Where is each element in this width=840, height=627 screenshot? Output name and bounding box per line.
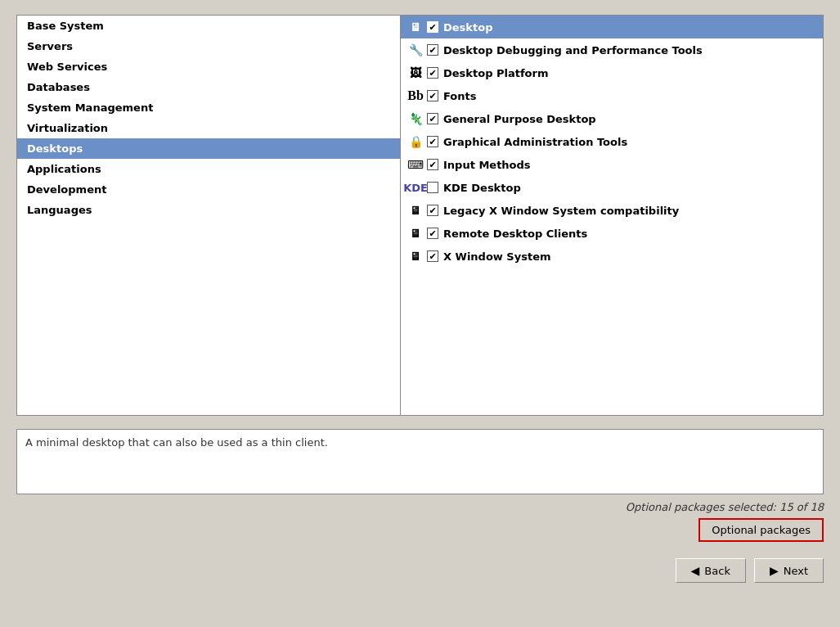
package-row-6[interactable]: KDE KDE Desktop — [401, 176, 823, 199]
package-checkbox-7[interactable]: ✔ — [427, 205, 438, 216]
package-label-5: Input Methods — [443, 159, 531, 171]
desktop-header-checkbox[interactable]: ✔ — [427, 21, 438, 33]
description-box: A minimal desktop that can also be used … — [16, 429, 824, 494]
package-label-9: X Window System — [443, 250, 551, 263]
package-icon-8: 🖥 — [407, 225, 424, 241]
package-row-8[interactable]: 🖥 ✔ Remote Desktop Clients — [401, 222, 823, 245]
category-list[interactable]: Base System Servers Web Services Databas… — [16, 15, 401, 416]
package-label-1: Desktop Platform — [443, 67, 548, 79]
sidebar-item-servers[interactable]: Servers — [17, 36, 400, 56]
desktop-header-label: Desktop — [443, 21, 492, 34]
back-icon: ◀ — [691, 564, 700, 577]
package-checkbox-6[interactable] — [427, 182, 438, 193]
package-checkbox-0[interactable]: ✔ — [427, 44, 438, 56]
back-label: Back — [704, 565, 730, 577]
package-row-2[interactable]: Bb ✔ Fonts — [401, 84, 823, 107]
package-row-9[interactable]: 🖥 ✔ X Window System — [401, 245, 823, 268]
package-list: 🖥 ✔ Desktop 🔧 ✔ Desktop Debugging and Pe… — [401, 15, 824, 416]
package-checkbox-3[interactable]: ✔ — [427, 113, 438, 124]
sidebar-item-virtualization[interactable]: Virtualization — [17, 118, 400, 138]
sidebar-item-development[interactable]: Development — [17, 179, 400, 200]
package-icon-0: 🔧 — [407, 42, 424, 58]
package-header[interactable]: 🖥 ✔ Desktop — [401, 16, 823, 38]
package-icon-1: 🖼 — [407, 65, 424, 81]
package-label-6: KDE Desktop — [443, 182, 521, 194]
package-icon-6: KDE — [407, 179, 424, 196]
package-icon-5: ⌨ — [407, 156, 424, 173]
package-checkbox-5[interactable]: ✔ — [427, 159, 438, 170]
package-icon-3: 🦎 — [407, 111, 424, 127]
package-row-1[interactable]: 🖼 ✔ Desktop Platform — [401, 61, 823, 84]
package-icon-2: Bb — [407, 88, 424, 104]
package-row-0[interactable]: 🔧 ✔ Desktop Debugging and Performance To… — [401, 38, 823, 61]
package-label-0: Desktop Debugging and Performance Tools — [443, 44, 703, 56]
next-button[interactable]: ▶ Next — [754, 558, 824, 583]
sidebar-item-databases[interactable]: Databases — [17, 77, 400, 97]
package-row-7[interactable]: 🖥 ✔ Legacy X Window System compatibility — [401, 199, 823, 222]
package-checkbox-4[interactable]: ✔ — [427, 136, 438, 147]
sidebar-item-web-services[interactable]: Web Services — [17, 56, 400, 77]
sidebar-item-applications[interactable]: Applications — [17, 159, 400, 179]
nav-buttons: ◀ Back ▶ Next — [16, 558, 824, 591]
package-row-3[interactable]: 🦎 ✔ General Purpose Desktop — [401, 107, 823, 130]
package-checkbox-2[interactable]: ✔ — [427, 90, 438, 101]
sidebar-item-system-management[interactable]: System Management — [17, 97, 400, 118]
package-icon-9: 🖥 — [407, 248, 424, 264]
description-text: A minimal desktop that can also be used … — [25, 436, 328, 449]
sidebar-item-desktops[interactable]: Desktops — [17, 138, 400, 159]
optional-packages-button[interactable]: Optional packages — [699, 518, 824, 542]
sidebar-item-base-system[interactable]: Base System — [17, 16, 400, 36]
package-icon-4: 🔒 — [407, 133, 424, 150]
package-label-3: General Purpose Desktop — [443, 113, 596, 125]
next-label: Next — [784, 565, 808, 577]
optional-status: Optional packages selected: 15 of 18 — [626, 501, 824, 513]
package-checkbox-1[interactable]: ✔ — [427, 67, 438, 79]
package-row-5[interactable]: ⌨ ✔ Input Methods — [401, 153, 823, 176]
package-label-7: Legacy X Window System compatibility — [443, 205, 679, 217]
package-row-4[interactable]: 🔒 ✔ Graphical Administration Tools — [401, 130, 823, 153]
next-icon: ▶ — [770, 564, 779, 577]
package-label-4: Graphical Administration Tools — [443, 136, 627, 148]
package-checkbox-9[interactable]: ✔ — [427, 250, 438, 262]
package-label-8: Remote Desktop Clients — [443, 228, 587, 240]
back-button[interactable]: ◀ Back — [676, 558, 746, 583]
desktop-header-icon: 🖥 — [407, 19, 424, 35]
package-icon-7: 🖥 — [407, 202, 424, 219]
package-label-2: Fonts — [443, 90, 477, 102]
package-checkbox-8[interactable]: ✔ — [427, 228, 438, 239]
sidebar-item-languages[interactable]: Languages — [17, 200, 400, 220]
